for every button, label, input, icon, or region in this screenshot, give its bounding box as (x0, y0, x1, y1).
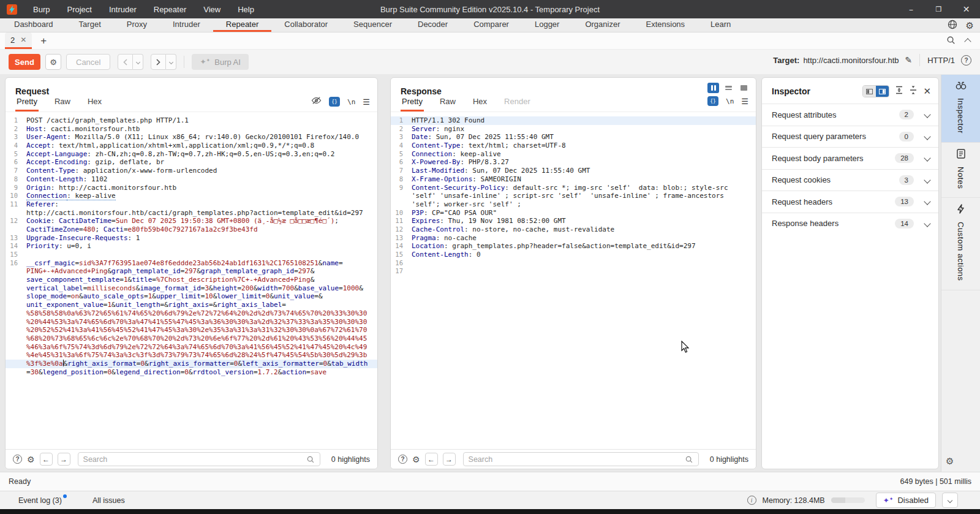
editor-row[interactable]: 'self' 'unsafe-inline' ; script-src 'sel… (391, 192, 756, 200)
edit-target-pencil-icon[interactable]: ✎ (905, 55, 912, 65)
chevron-down-icon[interactable] (924, 176, 930, 183)
chevron-down-icon[interactable] (924, 155, 930, 162)
request-tab-raw[interactable]: Raw (53, 97, 72, 111)
editor-row[interactable]: 8Content-Length: 1102 (6, 175, 377, 184)
inspector-section-response-headers[interactable]: Response headers14 (762, 213, 938, 235)
tab-collaborator[interactable]: Collaborator (271, 18, 341, 32)
prev-match-button[interactable]: ← (40, 453, 53, 466)
editor-menu-icon[interactable]: ☰ (741, 97, 748, 106)
inspector-section-request-headers[interactable]: Request headers13 (762, 191, 938, 213)
editor-row[interactable]: 10Connection: keep-alive (6, 192, 377, 200)
strip-tab-notes[interactable]: Notes (941, 143, 980, 198)
minimize-button[interactable]: – (897, 0, 925, 18)
request-tab-pretty[interactable]: Pretty (15, 97, 39, 111)
burp-ai-button[interactable]: ✦✦ Burp AI (192, 54, 248, 70)
next-match-button[interactable]: → (443, 453, 456, 466)
editor-row[interactable]: 12Cache-Control: no-store, no-cache, mus… (391, 225, 756, 234)
tab-extensions[interactable]: Extensions (633, 18, 698, 32)
history-back-dropdown[interactable] (133, 54, 143, 70)
editor-row[interactable]: 7Last-Modified: Sun, 07 Dec 2025 11:55:4… (391, 167, 756, 175)
tab-learn[interactable]: Learn (698, 18, 744, 32)
all-issues-button[interactable]: All issues (92, 496, 125, 505)
editor-row[interactable]: 10P3P: CP="CAO PSA OUR" (391, 209, 756, 217)
menu-item-repeater[interactable]: Repeater (145, 0, 195, 18)
editor-row[interactable]: 9Content-Security-Policy: default-src *;… (391, 184, 756, 192)
tab-proxy[interactable]: Proxy (114, 18, 160, 32)
editor-row[interactable]: 1POST /cacti/graph_templates.php HTTP/1.… (6, 116, 377, 125)
editor-row[interactable]: 14Priority: u=0, i (6, 242, 377, 251)
search-help-icon[interactable]: ? (13, 455, 22, 464)
request-search-input[interactable] (83, 455, 306, 464)
panel-settings-gear-icon[interactable]: ⚙ (946, 456, 954, 467)
editor-row[interactable]: 2Server: nginx (391, 125, 756, 134)
menu-item-view[interactable]: View (195, 0, 229, 18)
chevron-down-icon[interactable] (924, 198, 930, 205)
editor-row[interactable]: 16 (391, 259, 756, 268)
editor-row[interactable]: 8X-Frame-Options: SAMEORIGIN (391, 175, 756, 184)
close-tab-icon[interactable]: ✕ (20, 36, 26, 44)
editor-row[interactable]: 9Origin: http://cacti.monitorsfour.htb (6, 184, 377, 192)
rows-layout-icon[interactable] (723, 83, 734, 93)
tabs-layout-icon[interactable] (738, 83, 750, 93)
columns-layout-icon[interactable] (707, 83, 719, 93)
editor-row[interactable]: 13Upgrade-Insecure-Requests: 1 (6, 234, 377, 243)
inspector-section-request-body-parameters[interactable]: Request body parameters28 (762, 147, 938, 169)
request-editor[interactable]: 1POST /cacti/graph_templates.php HTTP/1.… (6, 113, 377, 449)
editor-row[interactable]: 3User-Agent: Mozilla/5.0 (X11; Linux x86… (6, 133, 377, 142)
send-button[interactable]: Send (9, 54, 40, 70)
expand-all-button[interactable] (895, 86, 903, 97)
editor-row[interactable]: %68%20%73%68%65%6c%6c%2e%70%68%70%20%2d%… (6, 334, 377, 343)
search-settings-gear-icon[interactable]: ⚙ (27, 455, 35, 464)
editor-row[interactable]: 16__csrf_magic=sid%3A7f763951ae074e8f6ed… (6, 259, 377, 268)
editor-row[interactable]: save_component_template=1&title=%7Chost_… (6, 276, 377, 284)
editor-row[interactable]: %20%52%52%41%3a%41%56%45%52%41%47%45%3a%… (6, 326, 377, 334)
hide-nonprintable-icon[interactable] (311, 96, 322, 107)
response-tab-pretty[interactable]: Pretty (401, 97, 424, 111)
editor-row[interactable]: 15Content-Length: 0 (391, 251, 756, 259)
editor-row[interactable]: 4Accept: text/html,application/xhtml+xml… (6, 142, 377, 150)
editor-row[interactable]: %58%58%58%0a%63%72%65%61%74%65%20%6d%79%… (6, 309, 377, 318)
event-log-button[interactable]: Event log (3) (18, 496, 67, 505)
inspector-section-request-query-parameters[interactable]: Request query parameters0 (762, 126, 938, 148)
chevron-down-icon[interactable] (924, 220, 930, 227)
request-tab-hex[interactable]: Hex (86, 97, 103, 111)
editor-row[interactable]: %46%3a%6f%75%74%3d%6d%79%2e%72%72%64%3a%… (6, 343, 377, 352)
chevron-down-icon[interactable] (924, 133, 930, 140)
globe-icon[interactable] (948, 20, 957, 32)
next-match-button[interactable]: → (58, 453, 70, 466)
editor-row[interactable]: %3f%3e%0a&right_axis_format=0&right_axis… (6, 360, 377, 368)
editor-row[interactable]: 17 (391, 267, 756, 276)
tab-decoder[interactable]: Decoder (405, 18, 461, 32)
history-back-button[interactable] (118, 54, 133, 70)
editor-row[interactable]: unit_exponent_value=1&unit_length=&right… (6, 301, 377, 309)
chevron-down-icon[interactable] (924, 111, 930, 118)
tab-repeater[interactable]: Repeater (213, 18, 271, 32)
tab-intruder[interactable]: Intruder (160, 18, 213, 32)
cancel-button[interactable]: Cancel (66, 54, 110, 70)
prettify-icon[interactable]: {} (707, 96, 718, 106)
editor-row[interactable]: 5Connection: keep-alive (391, 150, 756, 159)
editor-row[interactable]: =30&legend_position=0&legend_direction=0… (6, 368, 377, 377)
search-settings-gear-icon[interactable]: ⚙ (412, 455, 420, 464)
tab-sequencer[interactable]: Sequencer (341, 18, 405, 32)
search-icon[interactable] (946, 36, 956, 47)
tab-comparer[interactable]: Comparer (461, 18, 522, 32)
close-button[interactable]: ✕ (952, 0, 980, 18)
editor-row[interactable]: 5Accept-Language: zh-CN,zh;q=0.8,zh-TW;q… (6, 150, 377, 159)
editor-row[interactable]: vertical_label=milliseconds&image_format… (6, 284, 377, 293)
editor-row[interactable]: %4e%45%31%3a%6f%75%74%3a%3c%3f%3d%73%79%… (6, 351, 377, 360)
editor-row[interactable]: 14Location: graph_templates.php?header=f… (391, 242, 756, 251)
maximize-button[interactable]: ❒ (925, 0, 952, 18)
editor-row[interactable]: 4Content-Type: text/html; charset=UTF-8 (391, 142, 756, 150)
prev-match-button[interactable]: ← (425, 453, 438, 466)
response-tab-raw[interactable]: Raw (439, 97, 457, 111)
newline-toggle-icon[interactable]: \n (726, 97, 734, 105)
editor-menu-icon[interactable]: ☰ (363, 97, 370, 107)
editor-row[interactable]: 11Expires: Thu, 19 Nov 1981 08:52:00 GMT (391, 217, 756, 225)
editor-row[interactable]: http://cacti.monitorsfour.htb/cacti/grap… (6, 209, 377, 217)
editor-row[interactable]: 1HTTP/1.1 302 Found (391, 116, 756, 125)
editor-row[interactable]: 3Date: Sun, 07 Dec 2025 11:55:40 GMT (391, 133, 756, 142)
ai-status-dropdown[interactable] (942, 493, 958, 508)
prettify-icon[interactable]: {} (329, 97, 340, 107)
response-editor[interactable]: 1HTTP/1.1 302 Found2Server: nginx3Date: … (391, 113, 756, 449)
